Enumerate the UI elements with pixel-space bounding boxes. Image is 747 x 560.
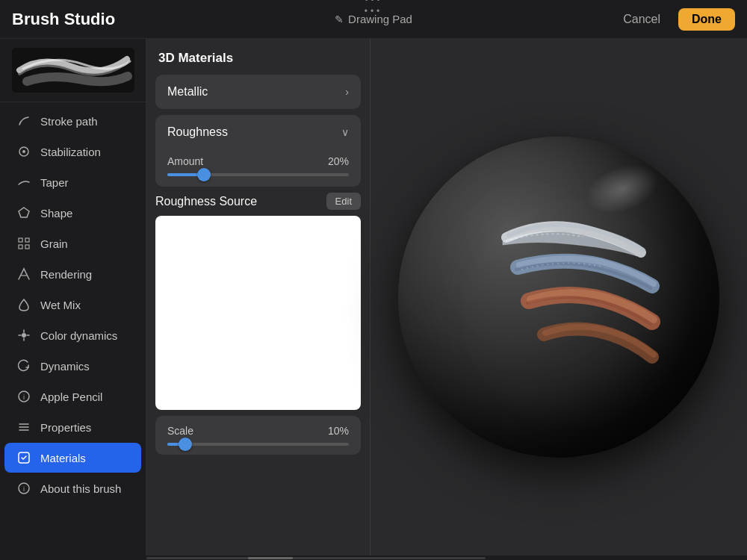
- scale-header: Scale 10%: [167, 425, 349, 437]
- shape-icon: [16, 205, 31, 220]
- roughness-label: Roughness: [167, 125, 228, 139]
- sidebar-item-about[interactable]: i About this brush: [4, 473, 141, 503]
- roughness-section: Roughness ∨ Amount 20%: [155, 115, 361, 187]
- stroke-path-icon: [16, 113, 31, 128]
- metallic-chevron-icon: ›: [345, 86, 349, 98]
- sidebar-item-wet-mix[interactable]: Wet Mix: [4, 290, 141, 320]
- scroll-thumb[interactable]: [248, 557, 293, 559]
- dynamics-label: Dynamics: [40, 360, 90, 373]
- horizontal-scrollbar[interactable]: [0, 556, 747, 560]
- drawing-pad-icon: ✎: [335, 13, 344, 25]
- sidebar-item-shape[interactable]: Shape: [4, 198, 141, 228]
- materials-icon: [16, 450, 31, 465]
- roughness-source-label: Roughness Source: [155, 195, 257, 208]
- svg-rect-3: [19, 238, 22, 242]
- apple-pencil-label: Apple Pencil: [40, 391, 102, 403]
- svg-text:i: i: [23, 485, 25, 493]
- roughness-chevron-icon: ∨: [341, 126, 349, 138]
- grain-label: Grain: [40, 237, 68, 250]
- taper-icon: [16, 175, 31, 190]
- shape-label: Shape: [40, 207, 72, 220]
- scroll-track: [146, 557, 486, 559]
- metallic-label: Metallic: [167, 85, 208, 99]
- svg-text:i: i: [23, 393, 25, 401]
- sidebar-item-stroke-path[interactable]: Stroke path: [4, 106, 141, 136]
- sidebar-navigation: Stroke path Stabilization: [0, 102, 146, 556]
- preview-pane: [371, 39, 747, 556]
- stabilization-label: Stabilization: [40, 146, 101, 158]
- svg-rect-4: [25, 238, 29, 242]
- apple-pencil-icon: i: [16, 389, 31, 404]
- about-label: About this brush: [40, 482, 121, 495]
- roughness-amount-slider-row: Amount 20%: [155, 149, 361, 187]
- grain-icon: [16, 236, 31, 251]
- materials-panel: 3D Materials Metallic › Roughness ∨ Amou…: [146, 39, 371, 556]
- sidebar-item-color-dynamics[interactable]: Color dynamics: [4, 320, 141, 350]
- sidebar-item-stabilization[interactable]: Stabilization: [4, 137, 141, 167]
- preview-sphere: [398, 137, 719, 458]
- three-dots: •••: [365, 0, 382, 5]
- svg-rect-5: [19, 245, 22, 249]
- color-dynamics-label: Color dynamics: [40, 329, 117, 342]
- main-layout: Stroke path Stabilization: [0, 39, 747, 556]
- edit-button[interactable]: Edit: [326, 193, 361, 210]
- sidebar-item-apple-pencil[interactable]: i Apple Pencil: [4, 382, 141, 411]
- scale-section: Scale 10%: [155, 416, 361, 455]
- sidebar-item-properties[interactable]: Properties: [4, 412, 141, 442]
- cancel-button[interactable]: Cancel: [614, 8, 669, 31]
- svg-point-8: [22, 333, 26, 337]
- scale-thumb[interactable]: [179, 438, 192, 451]
- done-button[interactable]: Done: [678, 8, 735, 31]
- taper-label: Taper: [40, 176, 69, 189]
- stabilization-icon: [16, 144, 31, 159]
- header-left: Brush Studio: [12, 10, 115, 29]
- roughness-source-preview: [155, 216, 361, 410]
- about-icon: i: [16, 481, 31, 496]
- wet-mix-icon: [16, 297, 31, 312]
- panel-title: 3D Materials: [146, 39, 370, 75]
- color-dynamics-icon: [16, 328, 31, 343]
- stroke-path-label: Stroke path: [40, 115, 98, 128]
- properties-label: Properties: [40, 421, 91, 434]
- scale-value: 10%: [328, 425, 349, 437]
- materials-label: Materials: [40, 452, 86, 464]
- wet-mix-label: Wet Mix: [40, 299, 81, 311]
- roughness-amount-label: Amount: [167, 155, 203, 167]
- rendering-label: Rendering: [40, 268, 92, 281]
- sidebar-item-materials[interactable]: Materials: [4, 443, 141, 473]
- sphere-strokes: [398, 137, 719, 458]
- rendering-icon: [16, 267, 31, 281]
- sidebar: Stroke path Stabilization: [0, 39, 146, 556]
- metallic-section-row[interactable]: Metallic ›: [155, 75, 361, 109]
- sidebar-item-grain[interactable]: Grain: [4, 228, 141, 258]
- header-right: Cancel Done: [614, 8, 735, 31]
- roughness-amount-thumb[interactable]: [197, 168, 211, 181]
- roughness-amount-value: 20%: [328, 155, 349, 167]
- roughness-source-section: Roughness Source Edit: [155, 193, 361, 410]
- sphere-container: [398, 137, 719, 458]
- roughness-section-header[interactable]: Roughness ∨: [155, 115, 361, 149]
- brush-preview: [0, 39, 146, 102]
- svg-rect-6: [25, 245, 29, 249]
- roughness-amount-track[interactable]: [167, 173, 349, 176]
- scale-track[interactable]: [167, 443, 349, 446]
- brush-preview-image: [12, 48, 134, 93]
- sidebar-item-rendering[interactable]: Rendering: [4, 259, 141, 289]
- scale-label: Scale: [167, 425, 193, 437]
- overflow-menu-dots[interactable]: •••: [365, 6, 383, 16]
- app-title: Brush Studio: [12, 10, 115, 29]
- sidebar-item-taper[interactable]: Taper: [4, 167, 141, 197]
- dynamics-icon: [16, 358, 31, 373]
- svg-point-2: [22, 150, 25, 153]
- roughness-amount-header: Amount 20%: [167, 155, 349, 167]
- roughness-source-header: Roughness Source Edit: [155, 193, 361, 210]
- properties-icon: [16, 420, 31, 435]
- sidebar-item-dynamics[interactable]: Dynamics: [4, 351, 141, 381]
